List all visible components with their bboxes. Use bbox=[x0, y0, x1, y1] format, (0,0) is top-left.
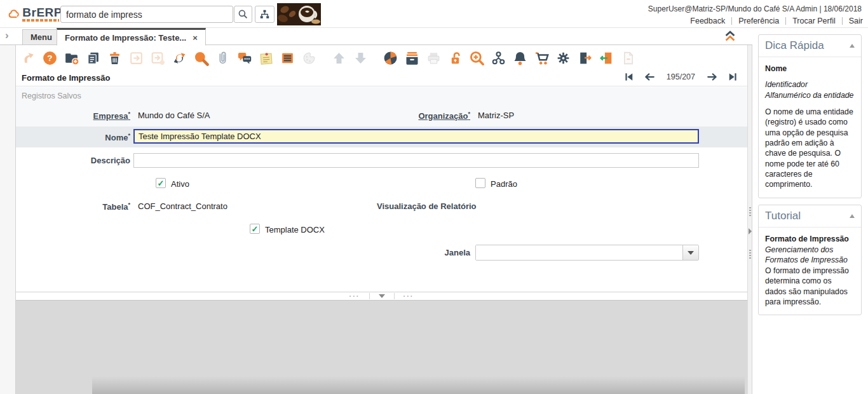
global-search-input[interactable] bbox=[60, 6, 233, 23]
template-docx-checkbox[interactable]: ✓ bbox=[250, 224, 260, 234]
search-button[interactable] bbox=[234, 6, 252, 23]
expand-east-arrow-icon[interactable] bbox=[749, 228, 752, 234]
note-icon[interactable] bbox=[257, 50, 275, 67]
menu-preferencia[interactable]: Preferência bbox=[738, 17, 779, 25]
dica-rapida-title: Dica Rápida bbox=[765, 39, 824, 52]
nome-label: Nome* bbox=[16, 132, 130, 142]
title-row: Formato de Impressão 195/207 bbox=[16, 69, 747, 86]
divider bbox=[785, 17, 786, 25]
archive-icon[interactable] bbox=[403, 50, 421, 67]
nome-input[interactable] bbox=[133, 129, 699, 144]
tab-menu[interactable]: Menu bbox=[22, 29, 60, 45]
padrao-checkbox[interactable] bbox=[475, 178, 485, 188]
status-bar: Registros Salvos bbox=[16, 87, 747, 105]
expand-west-panel-button[interactable]: › bbox=[5, 30, 9, 41]
help-icon[interactable]: ? bbox=[41, 50, 58, 67]
zoom-across-icon[interactable] bbox=[468, 50, 485, 67]
file-icon[interactable] bbox=[620, 50, 637, 67]
tutorial-heading: Formato de Impressão bbox=[765, 234, 855, 244]
tab-formato-impressao[interactable]: Formato de Impressão: Teste... × bbox=[57, 28, 206, 46]
chevron-down-icon bbox=[688, 251, 694, 255]
menu-tree-button[interactable] bbox=[255, 6, 275, 23]
ativo-checkbox[interactable]: ✓ bbox=[156, 178, 166, 188]
tutorial-header[interactable]: Tutorial bbox=[759, 205, 861, 228]
save-and-new-icon[interactable] bbox=[149, 50, 166, 67]
new-record-icon[interactable] bbox=[63, 50, 80, 67]
dica-text: O nome de uma entidade (registro) é usad… bbox=[765, 107, 855, 190]
requisition-icon[interactable] bbox=[533, 50, 550, 67]
template-docx-label: Template DOCX bbox=[265, 225, 325, 234]
cloud-icon bbox=[6, 4, 20, 24]
divider bbox=[369, 293, 370, 299]
form-row-tabela: Tabela* COF_Contract_Contrato Visualizaç… bbox=[16, 196, 747, 217]
parent-record-icon[interactable] bbox=[330, 50, 348, 67]
splitter-grip[interactable]: ··· bbox=[403, 293, 414, 299]
collapse-panel-icon[interactable] bbox=[850, 214, 855, 218]
divider bbox=[842, 17, 843, 25]
descricao-input[interactable] bbox=[133, 153, 699, 168]
attachment-icon[interactable] bbox=[214, 50, 231, 67]
detail-pane-collapsed[interactable] bbox=[16, 301, 747, 394]
window-title: Formato de Impressão bbox=[22, 73, 110, 83]
collapse-header-button[interactable] bbox=[723, 29, 738, 44]
descricao-label: Descrição bbox=[16, 156, 130, 165]
user-session-info: SuperUser@Matriz-SP/Mundo do Café S/A Ad… bbox=[648, 4, 862, 13]
last-record-icon[interactable] bbox=[727, 71, 738, 83]
find-icon[interactable] bbox=[193, 50, 210, 67]
form-row-nome: Nome* bbox=[16, 126, 747, 147]
first-record-icon[interactable] bbox=[623, 71, 635, 83]
export-icon[interactable] bbox=[576, 50, 593, 67]
brerp-logo[interactable]: BrERP bbox=[6, 3, 62, 25]
form-row-checkboxes: ✓ Ativo Padrão bbox=[16, 173, 747, 194]
workflow-icon[interactable] bbox=[490, 50, 507, 67]
collapsed-west-panel[interactable] bbox=[0, 45, 16, 394]
top-menu: Feedback Preferência Trocar Perfil Sair bbox=[690, 17, 863, 25]
menu-sair[interactable]: Sair bbox=[849, 17, 863, 25]
notifications-icon[interactable] bbox=[512, 50, 529, 67]
tutorial-subtitle: Gerenciamento dos Formatos de Impressão bbox=[765, 245, 855, 266]
undo-icon[interactable] bbox=[20, 50, 37, 67]
vertical-splitter[interactable] bbox=[747, 45, 752, 394]
close-tab-icon[interactable]: × bbox=[193, 33, 198, 43]
window-content: ? Formato de Impressão 195/207 bbox=[16, 45, 747, 394]
organizacao-label[interactable]: Organização* bbox=[359, 111, 470, 121]
menu-feedback[interactable]: Feedback bbox=[690, 17, 725, 25]
janela-input[interactable] bbox=[476, 245, 682, 260]
dica-subtitle: Identificador Alfanumérico da entidade bbox=[765, 79, 855, 100]
janela-dropdown-button[interactable] bbox=[682, 245, 698, 260]
chart-icon[interactable] bbox=[382, 50, 399, 67]
logo-brand-text: BrERP bbox=[22, 7, 62, 18]
horizontal-splitter[interactable]: ··· ··· bbox=[16, 292, 747, 301]
lock-icon[interactable] bbox=[447, 50, 464, 67]
requery-icon[interactable] bbox=[171, 50, 188, 67]
empresa-value: Mundo do Café S/A bbox=[138, 111, 210, 120]
toggle-grid-icon[interactable] bbox=[279, 50, 296, 67]
janela-combobox[interactable] bbox=[475, 245, 699, 261]
tutorial-text: O formato de impressão determina como os… bbox=[765, 266, 855, 307]
copy-record-icon[interactable] bbox=[85, 50, 102, 67]
dica-rapida-header[interactable]: Dica Rápida bbox=[759, 35, 861, 57]
divider bbox=[394, 293, 395, 299]
chat-icon[interactable] bbox=[236, 50, 253, 67]
janela-label: Janela bbox=[397, 248, 470, 257]
sign-out-icon[interactable] bbox=[598, 50, 615, 67]
print-icon[interactable] bbox=[425, 50, 442, 67]
customize-icon[interactable] bbox=[301, 50, 318, 67]
collapse-panel-icon[interactable] bbox=[850, 44, 855, 48]
toolbar: ? bbox=[20, 46, 637, 69]
detail-record-icon[interactable] bbox=[352, 50, 369, 67]
process-icon[interactable] bbox=[555, 50, 572, 67]
splitter-grip bbox=[749, 250, 751, 259]
splitter-grip[interactable]: ··· bbox=[349, 293, 360, 299]
menu-trocar-perfil[interactable]: Trocar Perfil bbox=[792, 17, 836, 25]
collapse-detail-button[interactable] bbox=[379, 294, 385, 298]
tutorial-panel: Tutorial Formato de Impressão Gerenciame… bbox=[758, 205, 862, 315]
save-icon[interactable] bbox=[128, 50, 145, 67]
form-row-janela: Janela bbox=[16, 242, 747, 264]
next-record-icon[interactable] bbox=[706, 71, 719, 83]
delete-record-icon[interactable] bbox=[106, 50, 123, 67]
previous-record-icon[interactable] bbox=[643, 71, 656, 83]
double-chevron-up-icon bbox=[723, 29, 737, 43]
empresa-label[interactable]: Empresa* bbox=[16, 111, 130, 121]
record-navigation: 195/207 bbox=[623, 71, 738, 83]
